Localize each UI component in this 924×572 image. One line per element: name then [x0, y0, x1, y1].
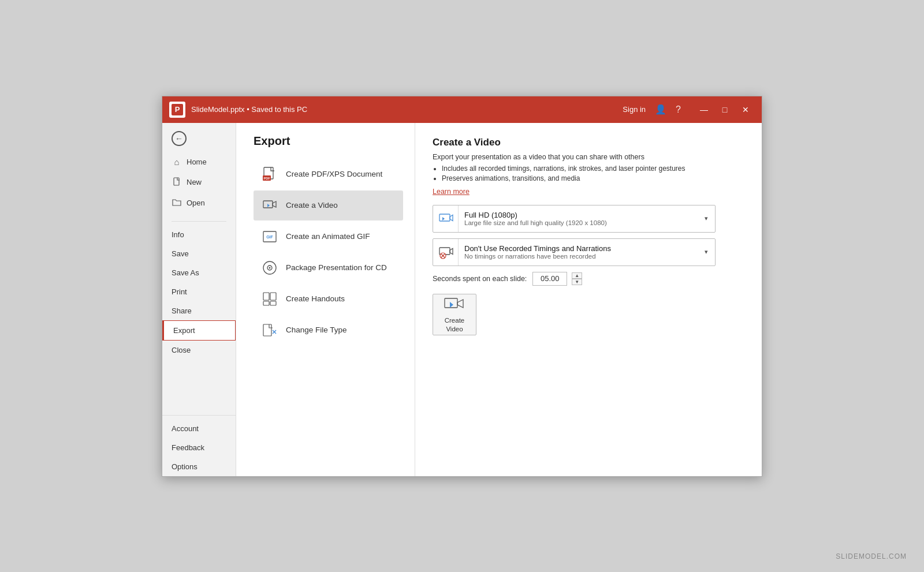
sidebar-item-close[interactable]: Close: [162, 341, 236, 360]
timing-text-area: Don't Use Recorded Timings and Narration…: [459, 241, 698, 263]
sidebar-item-save[interactable]: Save: [162, 244, 236, 263]
sidebar-item-label-home: Home: [187, 158, 207, 166]
signin-button[interactable]: Sign in: [623, 105, 646, 114]
bullet-1: Includes all recorded timings, narration…: [442, 165, 744, 173]
export-item-label-gif: Create an Animated GIF: [286, 232, 370, 241]
export-item-cd[interactable]: Package Presentation for CD: [254, 253, 403, 283]
maximize-button[interactable]: □: [716, 100, 734, 119]
titlebar-right: Sign in 👤 ? — □ ✕: [623, 100, 755, 119]
handout-icon: [260, 290, 279, 308]
svg-rect-10: [263, 293, 269, 300]
seconds-input[interactable]: [532, 272, 567, 286]
create-video-label: CreateVideo: [445, 316, 465, 334]
sidebar-item-save-as[interactable]: Save As: [162, 263, 236, 282]
sidebar-divider-1: [172, 221, 226, 222]
sidebar-item-feedback[interactable]: Feedback: [162, 438, 236, 457]
learn-more-link[interactable]: Learn more: [433, 188, 470, 196]
timing-sub-label: No timings or narrations have been recor…: [464, 253, 692, 260]
export-item-handouts[interactable]: Create Handouts: [254, 284, 403, 314]
seconds-stepper: ▲ ▼: [572, 272, 582, 285]
timing-dropdown[interactable]: Don't Use Recorded Timings and Narration…: [433, 238, 716, 266]
create-video-button[interactable]: CreateVideo: [433, 294, 476, 335]
quality-dropdown-icon: [433, 205, 459, 232]
app-logo: P: [169, 102, 185, 118]
panel-title: Create a Video: [433, 137, 744, 148]
svg-rect-15: [439, 214, 450, 221]
gif-icon: GIF: [260, 227, 279, 246]
close-button[interactable]: ✕: [736, 100, 755, 119]
titlebar-title: SlideModel.pptx • Saved to this PC: [191, 105, 623, 114]
pdf-icon: PDF: [260, 165, 279, 184]
timing-main-label: Don't Use Recorded Timings and Narration…: [464, 244, 692, 253]
sidebar-item-export[interactable]: Export: [162, 320, 236, 341]
create-video-icon: [444, 296, 465, 314]
home-icon: ⌂: [172, 157, 182, 167]
watermark: SLIDEMODEL.COM: [836, 552, 907, 560]
cd-icon: [260, 259, 279, 277]
seconds-decrement[interactable]: ▼: [572, 279, 582, 285]
saved-status: Saved to this PC: [251, 105, 307, 114]
timing-dropdown-icon: [433, 239, 459, 266]
svg-rect-13: [270, 301, 276, 305]
sidebar-item-info[interactable]: Info: [162, 225, 236, 244]
filename: SlideModel.pptx: [191, 105, 245, 114]
right-panel: Create a Video Export your presentation …: [415, 123, 762, 476]
export-item-label-handouts: Create Handouts: [286, 294, 345, 303]
app-window: P SlideModel.pptx • Saved to this PC Sig…: [162, 96, 762, 477]
timing-dropdown-arrow[interactable]: ▾: [698, 239, 715, 266]
export-item-label-video: Create a Video: [286, 201, 338, 210]
panel-description: Export your presentation as a video that…: [433, 153, 744, 161]
quality-sub-label: Large file size and full high quality (1…: [464, 219, 692, 226]
svg-text:PDF: PDF: [264, 177, 271, 180]
quality-dropdown[interactable]: Full HD (1080p) Large file size and full…: [433, 205, 716, 233]
export-item-video[interactable]: Create a Video: [254, 190, 403, 220]
svg-rect-12: [263, 301, 269, 305]
open-icon: [172, 198, 182, 208]
sidebar-item-print[interactable]: Print: [162, 282, 236, 301]
video-icon: [260, 196, 279, 215]
new-icon: [172, 177, 182, 188]
export-title: Export: [254, 134, 403, 148]
sidebar: ← ⌂ Home New Open: [162, 123, 236, 476]
sidebar-item-options[interactable]: Options: [162, 457, 236, 476]
export-item-label-filetype: Change File Type: [286, 326, 347, 334]
back-icon: ←: [172, 131, 187, 146]
svg-rect-14: [263, 324, 271, 336]
sidebar-item-share[interactable]: Share: [162, 301, 236, 320]
bullet-2: Preserves animations, transitions, and m…: [442, 174, 744, 182]
filetype-icon: [260, 321, 279, 339]
content-area: Export PDF Create PDF/XPS Document: [236, 123, 762, 476]
export-item-gif[interactable]: GIF Create an Animated GIF: [254, 222, 403, 252]
powerpoint-logo-icon: P: [172, 104, 183, 115]
main-area: ← ⌂ Home New Open: [162, 123, 762, 476]
sidebar-item-home[interactable]: ⌂ Home: [162, 152, 236, 172]
export-item-pdf[interactable]: PDF Create PDF/XPS Document: [254, 159, 403, 189]
seconds-label: Seconds spent on each slide:: [433, 275, 527, 283]
quality-dropdown-arrow[interactable]: ▾: [698, 205, 715, 232]
seconds-increment[interactable]: ▲: [572, 272, 582, 279]
seconds-row: Seconds spent on each slide: ▲ ▼: [433, 272, 744, 286]
export-item-filetype[interactable]: Change File Type: [254, 315, 403, 345]
svg-text:GIF: GIF: [266, 235, 273, 239]
sidebar-item-label-new: New: [187, 178, 202, 186]
window-controls: — □ ✕: [695, 100, 755, 119]
sidebar-top-nav: ⌂ Home New Open: [162, 152, 236, 218]
export-list: Export PDF Create PDF/XPS Document: [236, 123, 415, 476]
back-button[interactable]: ←: [162, 123, 236, 152]
sidebar-item-label-open: Open: [187, 199, 205, 207]
export-item-label-cd: Package Presentation for CD: [286, 263, 387, 272]
minimize-button[interactable]: —: [695, 100, 713, 119]
quality-main-label: Full HD (1080p): [464, 211, 692, 219]
sidebar-item-new[interactable]: New: [162, 172, 236, 193]
svg-rect-0: [174, 178, 179, 185]
titlebar: P SlideModel.pptx • Saved to this PC Sig…: [162, 96, 762, 123]
quality-text-area: Full HD (1080p) Large file size and full…: [459, 207, 698, 230]
svg-point-9: [269, 267, 271, 268]
people-icon[interactable]: 👤: [655, 104, 666, 115]
sidebar-item-account[interactable]: Account: [162, 419, 236, 438]
svg-rect-11: [270, 293, 276, 300]
sidebar-item-open[interactable]: Open: [162, 193, 236, 213]
help-icon[interactable]: ?: [676, 104, 681, 115]
sidebar-bottom: Account Feedback Options: [162, 415, 236, 476]
panel-bullets: Includes all recorded timings, narration…: [442, 165, 744, 182]
